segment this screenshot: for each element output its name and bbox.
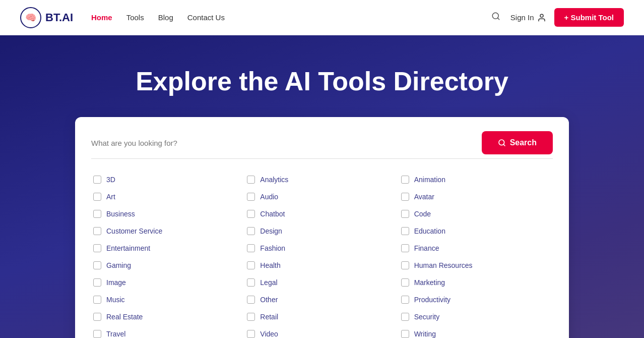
sign-in-button[interactable]: Sign In: [510, 13, 546, 22]
svg-point-2: [540, 14, 543, 17]
category-checkbox-real-estate[interactable]: [93, 313, 101, 321]
logo[interactable]: 🧠 BT.AI: [20, 7, 73, 28]
category-item-3d[interactable]: 3D: [91, 171, 245, 188]
category-item-fashion[interactable]: Fashion: [245, 240, 399, 257]
category-checkbox-business[interactable]: [93, 210, 101, 218]
categories-col2: Analytics Audio Chatbot Design Fashion H…: [245, 171, 399, 338]
category-item-travel[interactable]: Travel: [91, 325, 245, 338]
category-item-marketing[interactable]: Marketing: [399, 274, 553, 291]
category-item-audio[interactable]: Audio: [245, 188, 399, 205]
nav-item-home[interactable]: Home: [91, 13, 112, 22]
category-checkbox-art[interactable]: [93, 193, 101, 201]
category-item-customer-service[interactable]: Customer Service: [91, 222, 245, 240]
category-label-customer-service: Customer Service: [106, 227, 162, 235]
category-item-human-resources[interactable]: Human Resources: [399, 257, 553, 274]
category-item-design[interactable]: Design: [245, 222, 399, 240]
category-checkbox-entertainment[interactable]: [93, 244, 101, 252]
category-checkbox-design[interactable]: [247, 227, 255, 235]
category-label-security: Security: [414, 313, 440, 321]
category-label-3d: 3D: [106, 176, 115, 184]
category-label-analytics: Analytics: [260, 176, 288, 184]
category-item-image[interactable]: Image: [91, 274, 245, 291]
category-checkbox-finance[interactable]: [401, 244, 409, 252]
search-container: Search 3D Art Business Customer Service …: [75, 117, 569, 338]
category-item-security[interactable]: Security: [399, 308, 553, 325]
nav-item-tools[interactable]: Tools: [126, 13, 144, 22]
category-label-avatar: Avatar: [414, 193, 434, 201]
category-label-animation: Animation: [414, 176, 445, 184]
category-item-avatar[interactable]: Avatar: [399, 188, 553, 205]
categories-col3: Animation Avatar Code Education Finance …: [399, 171, 553, 338]
category-item-retail[interactable]: Retail: [245, 308, 399, 325]
category-item-legal[interactable]: Legal: [245, 274, 399, 291]
category-label-education: Education: [414, 227, 445, 235]
category-item-finance[interactable]: Finance: [399, 240, 553, 257]
category-label-finance: Finance: [414, 244, 439, 252]
category-label-audio: Audio: [260, 193, 278, 201]
svg-line-1: [497, 18, 499, 19]
category-checkbox-image[interactable]: [93, 278, 101, 287]
category-checkbox-education[interactable]: [401, 227, 409, 235]
category-label-productivity: Productivity: [414, 296, 450, 304]
category-item-other[interactable]: Other: [245, 291, 399, 308]
category-item-animation[interactable]: Animation: [399, 171, 553, 188]
category-label-marketing: Marketing: [414, 278, 445, 287]
category-checkbox-analytics[interactable]: [247, 176, 255, 184]
category-checkbox-other[interactable]: [247, 296, 255, 304]
category-label-other: Other: [260, 296, 278, 304]
user-icon: [537, 13, 546, 22]
category-item-gaming[interactable]: Gaming: [91, 257, 245, 274]
category-item-real-estate[interactable]: Real Estate: [91, 308, 245, 325]
search-button[interactable]: Search: [482, 131, 553, 154]
category-checkbox-writing[interactable]: [401, 330, 409, 338]
category-label-art: Art: [106, 193, 115, 201]
category-item-chatbot[interactable]: Chatbot: [245, 205, 399, 222]
category-checkbox-marketing[interactable]: [401, 278, 409, 287]
category-checkbox-code[interactable]: [401, 210, 409, 218]
nav-item-contact[interactable]: Contact Us: [187, 13, 225, 22]
category-label-fashion: Fashion: [260, 244, 285, 252]
category-checkbox-gaming[interactable]: [93, 261, 101, 269]
category-item-code[interactable]: Code: [399, 205, 553, 222]
category-label-real-estate: Real Estate: [106, 313, 143, 321]
category-checkbox-fashion[interactable]: [247, 244, 255, 252]
category-checkbox-retail[interactable]: [247, 313, 255, 321]
category-item-productivity[interactable]: Productivity: [399, 291, 553, 308]
category-checkbox-security[interactable]: [401, 313, 409, 321]
category-item-entertainment[interactable]: Entertainment: [91, 240, 245, 257]
category-label-travel: Travel: [106, 330, 125, 338]
category-item-health[interactable]: Health: [245, 257, 399, 274]
category-item-education[interactable]: Education: [399, 222, 553, 240]
nav-item-blog[interactable]: Blog: [158, 13, 173, 22]
submit-tool-button[interactable]: + Submit Tool: [554, 8, 624, 27]
category-label-business: Business: [106, 210, 135, 218]
category-item-video[interactable]: Video: [245, 325, 399, 338]
category-checkbox-animation[interactable]: [401, 176, 409, 184]
category-checkbox-travel[interactable]: [93, 330, 101, 338]
category-checkbox-video[interactable]: [247, 330, 255, 338]
svg-line-4: [503, 144, 505, 146]
hero-section: Explore the AI Tools Directory Search 3D…: [0, 35, 644, 338]
category-checkbox-audio[interactable]: [247, 193, 255, 201]
hero-title: Explore the AI Tools Directory: [136, 66, 508, 97]
search-input[interactable]: [91, 139, 482, 147]
category-checkbox-health[interactable]: [247, 261, 255, 269]
category-checkbox-productivity[interactable]: [401, 296, 409, 304]
category-item-analytics[interactable]: Analytics: [245, 171, 399, 188]
category-checkbox-3d[interactable]: [93, 176, 101, 184]
header-search-button[interactable]: [489, 10, 502, 25]
category-checkbox-legal[interactable]: [247, 278, 255, 287]
category-checkbox-music[interactable]: [93, 296, 101, 304]
category-label-chatbot: Chatbot: [260, 210, 285, 218]
category-item-writing[interactable]: Writing: [399, 325, 553, 338]
category-checkbox-customer-service[interactable]: [93, 227, 101, 235]
category-checkbox-avatar[interactable]: [401, 193, 409, 201]
category-item-business[interactable]: Business: [91, 205, 245, 222]
category-label-writing: Writing: [414, 330, 436, 338]
category-item-art[interactable]: Art: [91, 188, 245, 205]
category-label-human-resources: Human Resources: [414, 261, 473, 269]
category-checkbox-chatbot[interactable]: [247, 210, 255, 218]
categories-col1: 3D Art Business Customer Service Enterta…: [91, 171, 245, 338]
category-checkbox-human-resources[interactable]: [401, 261, 409, 269]
category-item-music[interactable]: Music: [91, 291, 245, 308]
